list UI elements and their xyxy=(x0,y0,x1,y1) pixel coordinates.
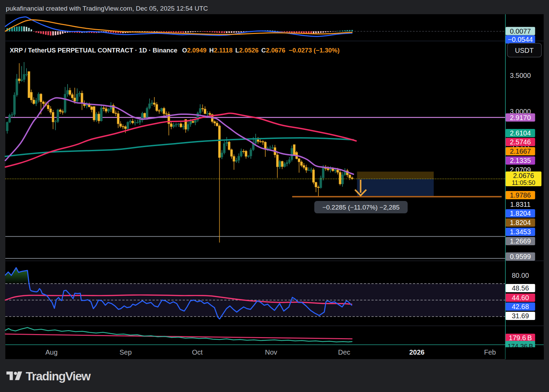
svg-text:Nov: Nov xyxy=(265,348,277,356)
svg-text:1.3453: 1.3453 xyxy=(510,228,531,236)
svg-text:42.68: 42.68 xyxy=(512,303,529,310)
svg-text:XRP / TetherUS PERPETUAL CONTR: XRP / TetherUS PERPETUAL CONTRACT · 1D ·… xyxy=(10,47,340,54)
svg-text:Aug: Aug xyxy=(45,348,58,356)
svg-text:0.9599: 0.9599 xyxy=(510,253,531,260)
svg-text:2.6104: 2.6104 xyxy=(510,129,531,137)
svg-text:2.9170: 2.9170 xyxy=(510,114,531,121)
svg-text:Feb: Feb xyxy=(484,348,496,356)
svg-text:1.9786: 1.9786 xyxy=(510,191,531,199)
svg-text:2.0676: 2.0676 xyxy=(513,172,534,179)
svg-text:80.00: 80.00 xyxy=(512,272,529,279)
svg-text:Dec: Dec xyxy=(338,348,350,356)
svg-text:Sep: Sep xyxy=(119,348,132,356)
svg-text:USDT: USDT xyxy=(515,47,534,54)
svg-text:Oct: Oct xyxy=(192,348,203,356)
svg-text:−0.0544: −0.0544 xyxy=(508,36,533,43)
svg-text:−0.2285 (−11.07%) −2,285: −0.2285 (−11.07%) −2,285 xyxy=(322,204,399,211)
svg-text:2.5746: 2.5746 xyxy=(510,138,531,146)
svg-text:2026: 2026 xyxy=(409,348,425,356)
svg-text:1.8204: 1.8204 xyxy=(510,219,531,226)
svg-text:1.8311: 1.8311 xyxy=(510,201,531,208)
svg-text:1.2669: 1.2669 xyxy=(510,237,531,245)
svg-text:1.8204: 1.8204 xyxy=(510,210,531,217)
svg-text:48.56: 48.56 xyxy=(512,284,529,292)
svg-text:11:05:50: 11:05:50 xyxy=(512,179,535,186)
svg-text:2.1335: 2.1335 xyxy=(510,157,531,164)
svg-text:TradingView: TradingView xyxy=(26,369,91,383)
svg-text:44.60: 44.60 xyxy=(512,294,529,301)
svg-text:pukafinancial created with Tra: pukafinancial created with TradingView.c… xyxy=(6,5,208,12)
svg-text:31.69: 31.69 xyxy=(512,312,529,320)
svg-text:0.0077: 0.0077 xyxy=(510,27,531,35)
svg-text:3.5000: 3.5000 xyxy=(510,72,531,79)
svg-text:2.1667: 2.1667 xyxy=(510,147,531,155)
svg-text:179.6 B: 179.6 B xyxy=(509,334,532,342)
